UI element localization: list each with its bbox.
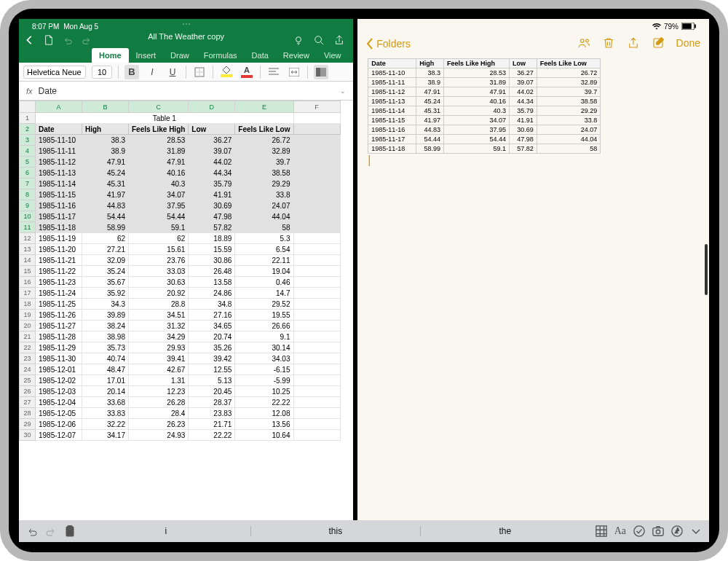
- formula-dropdown-icon[interactable]: ⌄: [340, 87, 346, 95]
- cell-date[interactable]: 1985-11-14: [36, 178, 82, 189]
- cell[interactable]: 44.83: [82, 200, 129, 211]
- cell[interactable]: 35.67: [82, 277, 129, 288]
- row-header[interactable]: 10: [20, 211, 36, 222]
- cell-date[interactable]: 1985-11-25: [36, 299, 82, 310]
- cell[interactable]: 1.31: [129, 375, 189, 386]
- cell[interactable]: 20.92: [129, 288, 189, 299]
- row-header[interactable]: 21: [20, 332, 36, 342]
- cell[interactable]: 28.37: [189, 397, 235, 408]
- cell[interactable]: 45.24: [82, 168, 129, 178]
- column-header[interactable]: Low: [189, 124, 235, 135]
- cell[interactable]: 23.83: [189, 408, 235, 419]
- cell[interactable]: 44.04: [235, 211, 293, 222]
- cell[interactable]: 38.24: [82, 321, 129, 332]
- cell[interactable]: 34.07: [129, 189, 189, 200]
- cell[interactable]: 14.7: [235, 288, 293, 299]
- cell[interactable]: 30.86: [189, 255, 235, 266]
- cell[interactable]: 12.08: [235, 408, 293, 419]
- bold-button[interactable]: B: [124, 65, 139, 79]
- trash-icon[interactable]: [602, 36, 615, 50]
- cell-date[interactable]: 1985-12-05: [36, 408, 82, 419]
- font-name-input[interactable]: [23, 66, 86, 79]
- cell[interactable]: 34.51: [129, 310, 189, 321]
- cell[interactable]: 12.55: [189, 364, 235, 375]
- collaborate-icon[interactable]: [577, 36, 590, 50]
- row-header[interactable]: 23: [20, 353, 36, 364]
- cell[interactable]: 44.02: [189, 157, 235, 168]
- cell[interactable]: 24.07: [235, 200, 293, 211]
- ribbon-tab-insert[interactable]: Insert: [129, 48, 164, 63]
- row-header[interactable]: 30: [20, 430, 36, 441]
- row-header[interactable]: 5: [20, 157, 36, 168]
- cell[interactable]: 26.23: [129, 419, 189, 430]
- cell[interactable]: 34.3: [82, 299, 129, 310]
- cell[interactable]: 29.29: [235, 178, 293, 189]
- cell-date[interactable]: 1985-11-28: [36, 332, 82, 342]
- ribbon-tab-draw[interactable]: Draw: [163, 48, 197, 63]
- cell[interactable]: 30.69: [189, 200, 235, 211]
- clipboard-icon[interactable]: [64, 525, 76, 537]
- column-header[interactable]: Feels Like High: [129, 124, 189, 135]
- cell[interactable]: 15.61: [129, 244, 189, 255]
- suggestion-word[interactable]: the: [421, 526, 590, 536]
- row-header[interactable]: 11: [20, 222, 36, 233]
- cell[interactable]: 32.89: [235, 146, 293, 157]
- cell[interactable]: 20.14: [82, 386, 129, 397]
- spreadsheet-grid[interactable]: ABCDEF1Table 12DateHighFeels Like HighLo…: [19, 101, 353, 542]
- cell[interactable]: 21.71: [189, 419, 235, 430]
- col-header-A[interactable]: A: [36, 101, 82, 113]
- cell-date[interactable]: 1985-11-19: [36, 233, 82, 244]
- row-header[interactable]: 13: [20, 244, 36, 255]
- cell[interactable]: 33.8: [235, 189, 293, 200]
- cell[interactable]: 32.09: [82, 255, 129, 266]
- cell[interactable]: 39.7: [235, 157, 293, 168]
- cell[interactable]: 36.27: [189, 135, 235, 146]
- cell[interactable]: 34.29: [129, 332, 189, 342]
- cell[interactable]: 9.1: [235, 332, 293, 342]
- cell[interactable]: 35.79: [189, 178, 235, 189]
- cell[interactable]: 58.99: [82, 222, 129, 233]
- done-button[interactable]: Done: [676, 37, 700, 49]
- cell[interactable]: 20.45: [189, 386, 235, 397]
- table-icon[interactable]: [596, 525, 607, 537]
- row-header[interactable]: 19: [20, 310, 36, 321]
- cell[interactable]: 38.3: [82, 135, 129, 146]
- cell[interactable]: 5.3: [235, 233, 293, 244]
- cell[interactable]: 54.44: [82, 211, 129, 222]
- cell[interactable]: 30.14: [235, 342, 293, 353]
- cell[interactable]: 33.03: [129, 266, 189, 277]
- column-header[interactable]: Feels Like Low: [235, 124, 293, 135]
- cell-date[interactable]: 1985-11-27: [36, 321, 82, 332]
- cell-date[interactable]: 1985-11-22: [36, 266, 82, 277]
- cell-date[interactable]: 1985-11-16: [36, 200, 82, 211]
- cell[interactable]: 62: [82, 233, 129, 244]
- search-icon[interactable]: [314, 35, 324, 45]
- cell[interactable]: 38.58: [235, 168, 293, 178]
- cell[interactable]: 26.66: [235, 321, 293, 332]
- cell[interactable]: 34.8: [189, 299, 235, 310]
- row-header[interactable]: 18: [20, 299, 36, 310]
- cell[interactable]: 47.98: [189, 211, 235, 222]
- cell[interactable]: 47.91: [82, 157, 129, 168]
- cell[interactable]: 28.53: [129, 135, 189, 146]
- row-header[interactable]: 7: [20, 178, 36, 189]
- ribbon-tab-view[interactable]: View: [317, 48, 349, 63]
- cell[interactable]: 17.01: [82, 375, 129, 386]
- row-header[interactable]: 4: [20, 146, 36, 157]
- cell[interactable]: 58: [235, 222, 293, 233]
- cell[interactable]: 39.89: [82, 310, 129, 321]
- cell[interactable]: 34.65: [189, 321, 235, 332]
- column-header[interactable]: Date: [36, 124, 82, 135]
- cell[interactable]: 42.67: [129, 364, 189, 375]
- markup-icon[interactable]: [671, 525, 683, 537]
- cell[interactable]: 5.13: [189, 375, 235, 386]
- cell[interactable]: 26.72: [235, 135, 293, 146]
- col-header-B[interactable]: B: [82, 101, 129, 113]
- cell[interactable]: 35.73: [82, 342, 129, 353]
- formula-input[interactable]: Date: [39, 86, 335, 96]
- cell[interactable]: 10.25: [235, 386, 293, 397]
- format-icon[interactable]: Aa: [614, 525, 626, 537]
- redo-kb-icon[interactable]: [45, 525, 57, 537]
- cell[interactable]: 27.16: [189, 310, 235, 321]
- cell[interactable]: 6.54: [235, 244, 293, 255]
